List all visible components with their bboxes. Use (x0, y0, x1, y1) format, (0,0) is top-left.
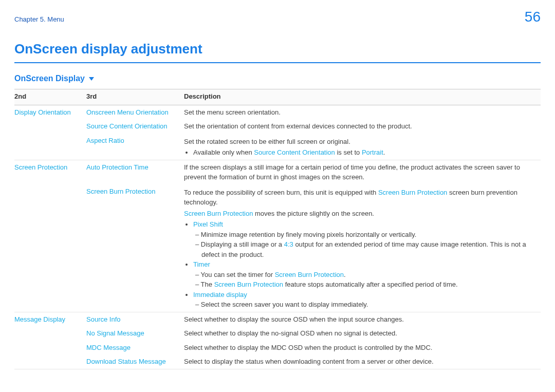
description-text: Screen Burn Protection moves the picture… (184, 209, 538, 219)
note-list: Available only when Source Content Orien… (184, 147, 538, 158)
level3-label: Source Content Orientation (86, 119, 184, 134)
table-row: Message Display Source Info Select wheth… (14, 312, 541, 326)
description-cell: Set the rotated screen to be either full… (184, 134, 541, 160)
bullet-list: Pixel Shift Minimize image retention by … (184, 219, 538, 310)
table-row: Download Status Message Select to displa… (14, 354, 541, 369)
inline-link: Pixel Shift (193, 220, 223, 228)
table-row: Screen Protection Auto Protection Time I… (14, 160, 541, 184)
description-cell: To reduce the possibility of screen burn… (184, 184, 541, 312)
list-item: Timer You can set the timer for Screen B… (193, 259, 538, 290)
text: To reduce the possibility of screen burn… (184, 189, 378, 196)
list-item: Immediate display Select the screen save… (193, 290, 538, 310)
section-heading: OnScreen Display (14, 72, 541, 85)
table-row: Source Content Orientation Set the orien… (14, 119, 541, 134)
text: feature stops automatically after a spec… (283, 281, 458, 288)
inline-link: 4:3 (284, 240, 293, 248)
text: The (201, 281, 214, 288)
description-cell: If the screen displays a still image for… (184, 160, 541, 184)
inline-link: Screen Burn Protection (214, 281, 283, 288)
col-description: Description (184, 89, 541, 105)
text: . (383, 148, 385, 156)
text: Available only when (193, 148, 254, 156)
list-item: Minimize image retention by finely movin… (193, 230, 538, 240)
level3-label: Source Info (86, 312, 184, 326)
inline-link: Timer (193, 260, 210, 268)
level2-label: Message Display (14, 312, 86, 326)
page-header: Chapter 5. Menu 56 (14, 6, 541, 28)
list-item: Select the screen saver you want to disp… (193, 300, 538, 310)
level3-label: Aspect Ratio (86, 134, 184, 160)
page-title: OnScreen display adjustment (14, 39, 541, 63)
level3-label: Download Status Message (86, 354, 184, 369)
level3-label: No Signal Message (86, 326, 184, 341)
description-cell: Select whether to display the MDC OSD wh… (184, 341, 541, 355)
text: moves the picture slightly on the screen… (253, 210, 374, 217)
list-item: Displaying a still image or a 4:3 output… (193, 239, 538, 259)
inline-link: Immediate display (193, 291, 247, 298)
level2-label: Screen Protection (14, 160, 86, 184)
col-3rd: 3rd (86, 89, 184, 105)
list-item: Pixel Shift Minimize image retention by … (193, 219, 538, 259)
chapter-label: Chapter 5. Menu (14, 14, 64, 25)
table-row: Screen Burn Protection To reduce the pos… (14, 184, 541, 312)
list-item: The Screen Burn Protection feature stops… (193, 279, 538, 290)
level3-label: Auto Protection Time (86, 160, 184, 184)
table-row: Display Orientation Onscreen Menu Orient… (14, 105, 541, 119)
inline-link: Portrait (362, 148, 383, 156)
sub-list: Select the screen saver you want to disp… (193, 300, 538, 310)
level3-label: Onscreen Menu Orientation (86, 105, 184, 119)
level3-label: MDC Message (86, 341, 184, 355)
inline-link: Screen Burn Protection (275, 271, 344, 278)
table-header-row: 2nd 3rd Description (14, 89, 541, 105)
text: . (344, 271, 346, 278)
description-text: To reduce the possibility of screen burn… (184, 188, 538, 208)
text: Displaying a still image or a (201, 240, 284, 248)
inline-link: Screen Burn Protection (184, 210, 253, 217)
text: is set to (335, 148, 362, 156)
page-number: 56 (525, 6, 541, 28)
section-heading-text: OnScreen Display (14, 74, 85, 83)
list-item: You can set the timer for Screen Burn Pr… (193, 270, 538, 280)
description-cell: Select whether to display the no-signal … (184, 326, 541, 341)
description-text: Set the rotated screen to be either full… (184, 137, 538, 147)
table-row: No Signal Message Select whether to disp… (14, 326, 541, 341)
sub-list: Minimize image retention by finely movin… (193, 230, 538, 260)
caret-down-icon (89, 77, 94, 81)
level2-label: Display Orientation (14, 105, 86, 119)
level3-label: Screen Burn Protection (86, 184, 184, 312)
sub-list: You can set the timer for Screen Burn Pr… (193, 270, 538, 290)
inline-link: Screen Burn Protection (378, 189, 447, 196)
col-2nd: 2nd (14, 89, 86, 105)
inline-link: Source Content Orientation (254, 148, 335, 156)
menu-table: 2nd 3rd Description Display Orientation … (14, 89, 541, 374)
description-cell: Select to display the status when downlo… (184, 354, 541, 369)
description-cell: Set the orientation of content from exte… (184, 119, 541, 134)
text: You can set the timer for (201, 271, 275, 278)
description-cell: Select whether to display the source OSD… (184, 312, 541, 326)
table-row: Aspect Ratio Set the rotated screen to b… (14, 134, 541, 160)
note-item: Available only when Source Content Orien… (193, 147, 538, 158)
table-row: MDC Message Select whether to display th… (14, 341, 541, 355)
description-cell: Set the menu screen orientation. (184, 105, 541, 119)
